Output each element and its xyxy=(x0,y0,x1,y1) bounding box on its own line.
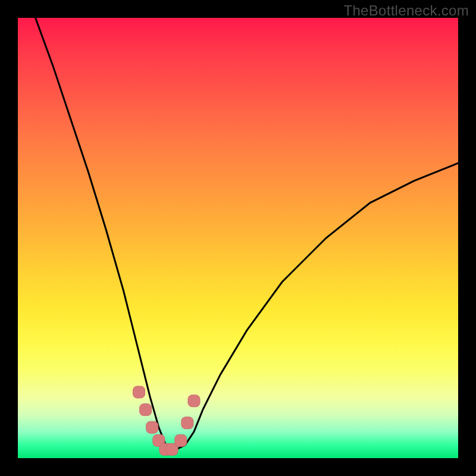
curve-marker xyxy=(181,417,193,429)
curve-marker xyxy=(133,386,145,398)
bottleneck-curve xyxy=(36,18,458,449)
curve-marker xyxy=(188,395,200,407)
frame: TheBottleneck.com xyxy=(0,0,476,476)
curve-marker xyxy=(140,404,152,416)
watermark-text: TheBottleneck.com xyxy=(343,2,469,19)
curve-marker xyxy=(175,434,187,446)
curve-marker xyxy=(146,421,158,433)
marker-group xyxy=(133,386,201,455)
chart-overlay xyxy=(18,18,458,458)
